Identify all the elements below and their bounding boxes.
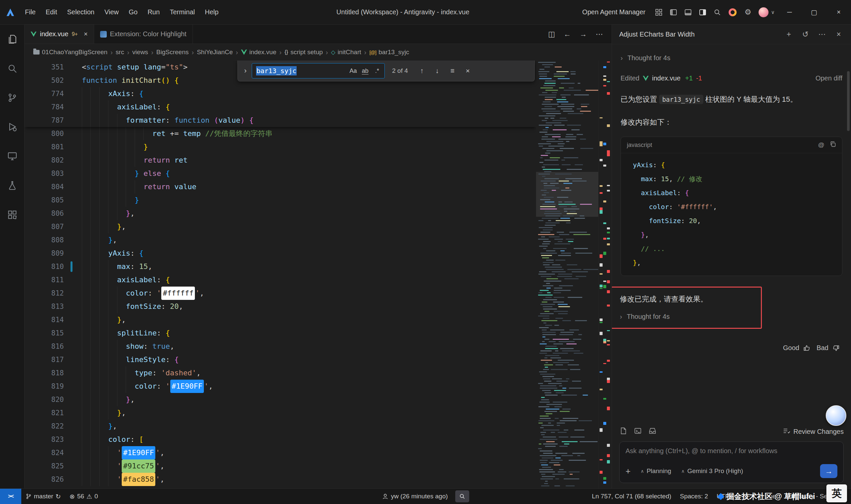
toggle-panel-icon[interactable] [681,5,695,20]
problems-item[interactable]: ⊗ 56 ⚠ 0 [65,489,103,504]
code-line[interactable]: 806}, [24,207,536,220]
explorer-icon[interactable] [4,31,20,47]
code-editor[interactable]: 351<script setup lang="ts">502function i… [24,60,611,488]
zoom-indicator[interactable] [455,490,469,502]
history-icon[interactable]: ↺ [800,30,811,39]
remote-explorer-icon[interactable] [4,148,20,164]
open-diff-button[interactable]: Open diff [815,74,843,82]
menu-selection[interactable]: Selection [62,6,100,19]
code-line[interactable]: color: '#ffffff', [625,200,838,214]
open-agent-manager-button[interactable]: Open Agent Manager [582,8,645,16]
cursor-position[interactable]: Ln 757, Col 71 (68 selected) [588,489,676,504]
code-line[interactable]: 818type: 'dashed', [24,366,536,380]
breadcrumb-item[interactable]: {}script setup [285,49,323,56]
source-control-icon[interactable] [4,90,20,106]
code-line[interactable]: 787formatter: function (value) { [24,114,536,127]
whole-word-button[interactable]: ab [359,65,371,77]
close-tab-icon[interactable]: × [84,30,88,38]
more-actions-icon[interactable]: ⋯ [596,30,603,39]
code-line[interactable]: 826'#fac858', [24,473,536,486]
settings-gear-icon[interactable]: ⚙ [741,5,755,20]
remote-indicator[interactable]: >< [0,489,21,504]
find-input[interactable]: bar13_syjc Aa ab .* [252,63,385,78]
thumbs-up-icon[interactable] [803,344,811,352]
review-changes-button[interactable]: Review Changes [783,427,844,436]
code-line[interactable]: 822}, [24,419,536,433]
code-line[interactable]: axisLabel: { [625,186,838,200]
code-line[interactable]: 800ret += temp //凭借最终的字符串 [24,127,536,140]
panel-more-icon[interactable]: ⋯ [817,30,827,39]
code-line[interactable]: 821}, [24,406,536,419]
terminal-icon[interactable] [634,427,642,436]
code-line[interactable]: 808}, [24,233,536,247]
edited-file-row[interactable]: Edited index.vue +1 -1 Open diff [621,74,843,82]
user-avatar[interactable] [759,7,768,17]
close-find-icon[interactable]: × [461,64,475,77]
maximize-button[interactable]: ▢ [802,0,827,24]
code-line[interactable]: 824'#1E90FF', [24,446,536,460]
toggle-sidebar-right-icon[interactable] [695,5,710,20]
copy-code-icon[interactable] [830,141,836,149]
code-line[interactable]: 802return ret [24,154,536,167]
send-button[interactable]: → [820,464,837,478]
breadcrumb-item[interactable]: src [116,49,124,56]
code-line[interactable]: // ... [625,242,838,256]
breadcrumb-item[interactable]: ShiYeJianCe [197,49,233,56]
code-line[interactable]: 817lineStyle: { [24,353,536,366]
menu-view[interactable]: View [100,6,124,19]
code-line[interactable]: 823color: [ [24,433,536,446]
minimap[interactable] [536,60,599,488]
breadcrumb-item[interactable]: BigScreens [156,49,189,56]
overview-ruler[interactable] [598,60,611,488]
code-line[interactable]: 816show: true, [24,340,536,353]
agent-status-icon[interactable] [729,8,737,16]
add-attachment-icon[interactable]: + [625,466,631,476]
menu-help[interactable]: Help [200,6,224,19]
code-line[interactable]: }, [625,256,838,270]
code-line[interactable]: 814}, [24,313,536,326]
git-blame-item[interactable]: yw (26 minutes ago) [391,493,448,500]
tab-index-vue[interactable]: index.vue 9+ × [24,24,94,43]
code-line[interactable]: 813fontSize: 20, [24,300,536,313]
inbox-icon[interactable] [649,427,656,436]
code-line[interactable]: 810max: 15, [24,260,536,273]
menu-run[interactable]: Run [143,6,165,19]
code-line[interactable]: 825'#91cc75', [24,460,536,473]
minimize-button[interactable]: ─ [777,0,802,24]
breadcrumb-item[interactable]: [@]bar13_syjc [370,49,409,56]
code-line[interactable]: 811axisLabel: { [24,273,536,287]
testing-icon[interactable] [4,178,20,194]
mode-selector[interactable]: ∧ Planning [640,467,671,475]
code-line[interactable]: }, [625,228,838,242]
indentation[interactable]: Spaces: 2 [676,489,713,504]
panel-scrollbar[interactable] [847,71,850,131]
menu-file[interactable]: File [20,6,40,19]
chat-input[interactable]: Ask anything (Ctrl+L), @ to mention, / f… [619,442,844,483]
bad-button[interactable]: Bad [816,344,828,352]
code-line[interactable]: 809yAxis: { [24,247,536,260]
breadcrumb-item[interactable]: 01ChaoYangBigScreen [33,49,107,56]
code-line[interactable]: 819color: '#1E90FF', [24,380,536,393]
code-line[interactable]: 807}, [24,220,536,233]
code-line[interactable]: 812color: '#ffffff', [24,287,536,300]
code-line[interactable]: yAxis: { [625,158,838,172]
search-icon[interactable] [710,5,725,20]
breadcrumb-item[interactable]: index.vue [241,49,276,56]
code-line[interactable]: 774xAxis: { [24,87,536,101]
toggle-sidebar-left-icon[interactable] [666,5,681,20]
code-line[interactable]: fontSize: 20, [625,214,838,228]
breadcrumb-item[interactable]: views [132,49,148,56]
navigate-back-icon[interactable]: ← [564,30,571,39]
search-sidebar-icon[interactable] [4,60,20,76]
breadcrumb-item[interactable]: ◇initChart [331,49,361,56]
regex-button[interactable]: .* [371,65,383,77]
chevron-down-icon[interactable]: ∨ [768,5,777,20]
model-selector[interactable]: ∧ Gemini 3 Pro (High) [681,467,743,475]
split-editor-icon[interactable]: ◫ [548,30,555,39]
navigate-forward-icon[interactable]: → [580,30,587,39]
close-window-button[interactable]: × [827,0,851,24]
code-line[interactable]: max: 15, // 修改 [625,172,838,186]
code-line[interactable]: 801} [24,140,536,154]
previous-match-icon[interactable]: ↑ [415,64,429,77]
git-branch-item[interactable]: master ↻ [21,489,65,504]
